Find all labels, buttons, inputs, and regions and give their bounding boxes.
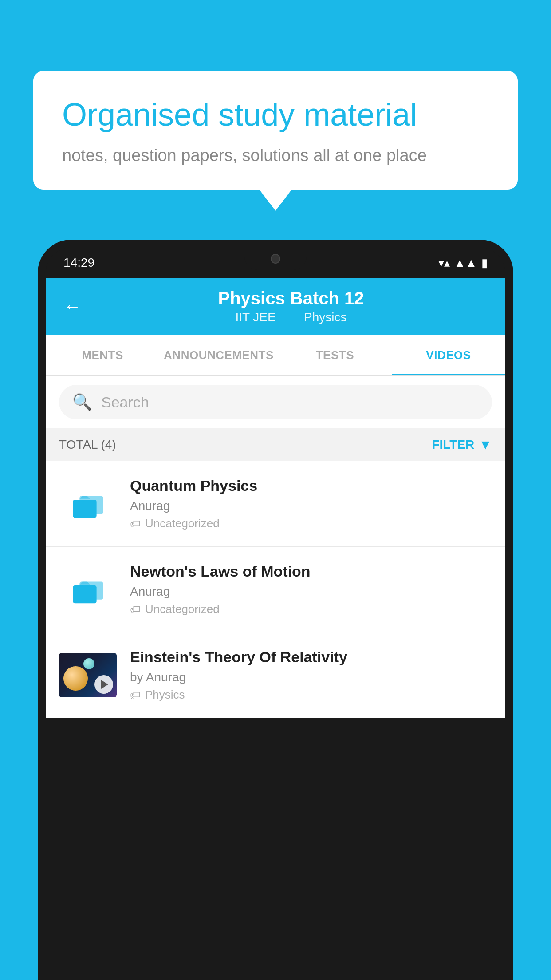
video-title: Quantum Physics — [130, 477, 492, 494]
video-title: Einstein's Theory Of Relativity — [130, 648, 492, 666]
tag-text: Uncategorized — [145, 602, 220, 616]
video-author: Anurag — [130, 585, 492, 599]
video-author: by Anurag — [130, 670, 492, 684]
camera — [271, 254, 280, 264]
list-item[interactable]: Einstein's Theory Of Relativity by Anura… — [46, 632, 505, 718]
tab-announcements[interactable]: ANNOUNCEMENTS — [159, 335, 278, 375]
thumbnail-image — [59, 653, 117, 697]
phone-screen: ← Physics Batch 12 IIT JEE Physics MENTS… — [46, 278, 505, 718]
tab-tests[interactable]: TESTS — [278, 335, 392, 375]
play-button[interactable] — [94, 675, 113, 694]
video-author: Anurag — [130, 499, 492, 513]
planet-2 — [83, 658, 94, 669]
tag-icon: 🏷 — [130, 603, 141, 616]
status-icons: ▾▴ ▲▲ ▮ — [438, 256, 488, 270]
phone-notch — [244, 248, 307, 270]
bubble-title: Organised study material — [62, 95, 489, 134]
tag-text: Uncategorized — [145, 517, 220, 530]
header-subtitle-sep — [288, 310, 295, 324]
signal-icon: ▲▲ — [454, 256, 477, 270]
phone-mockup: 14:29 ▾▴ ▲▲ ▮ ← Physics Batch 12 IIT JEE — [38, 240, 513, 980]
filter-bar: TOTAL (4) FILTER ▼ — [46, 428, 505, 461]
tag-text: Physics — [145, 688, 185, 702]
header-subtitle: IIT JEE Physics — [94, 310, 488, 324]
total-count: TOTAL (4) — [59, 438, 116, 452]
video-info: Quantum Physics Anurag 🏷 Uncategorized — [130, 477, 492, 530]
video-info: Newton's Laws of Motion Anurag 🏷 Uncateg… — [130, 563, 492, 616]
search-icon: 🔍 — [72, 393, 92, 411]
video-tag: 🏷 Uncategorized — [130, 517, 492, 530]
header-text: Physics Batch 12 IIT JEE Physics — [94, 288, 488, 324]
planet-1 — [63, 666, 88, 691]
search-input[interactable]: Search — [101, 394, 149, 411]
tabs-bar: MENTS ANNOUNCEMENTS TESTS VIDEOS — [46, 335, 505, 376]
folder-icon-container — [59, 482, 117, 526]
speech-bubble: Organised study material notes, question… — [33, 71, 518, 190]
video-tag: 🏷 Uncategorized — [130, 602, 492, 616]
filter-label: FILTER — [432, 438, 474, 452]
play-icon — [101, 680, 108, 689]
tag-icon: 🏷 — [130, 518, 141, 530]
phone-status-bar: 14:29 ▾▴ ▲▲ ▮ — [46, 248, 505, 278]
header-subtitle-physics: Physics — [304, 310, 346, 324]
speech-bubble-section: Organised study material notes, question… — [33, 71, 518, 190]
back-button[interactable]: ← — [63, 296, 81, 316]
search-container: 🔍 Search — [46, 376, 505, 428]
app-header: ← Physics Batch 12 IIT JEE Physics — [46, 278, 505, 335]
folder-icon — [69, 571, 107, 609]
folder-icon-container — [59, 567, 117, 612]
video-tag: 🏷 Physics — [130, 688, 492, 702]
tab-ments[interactable]: MENTS — [46, 335, 159, 375]
tag-icon: 🏷 — [130, 689, 141, 701]
video-thumbnail — [59, 653, 117, 697]
list-item[interactable]: Newton's Laws of Motion Anurag 🏷 Uncateg… — [46, 547, 505, 632]
video-title: Newton's Laws of Motion — [130, 563, 492, 580]
header-subtitle-iitjee: IIT JEE — [235, 310, 276, 324]
wifi-icon: ▾▴ — [438, 256, 450, 270]
video-list: Quantum Physics Anurag 🏷 Uncategorized — [46, 461, 505, 718]
bubble-subtitle: notes, question papers, solutions all at… — [62, 146, 489, 165]
tab-videos[interactable]: VIDEOS — [392, 335, 505, 375]
phone-outer: 14:29 ▾▴ ▲▲ ▮ ← Physics Batch 12 IIT JEE — [38, 240, 513, 980]
filter-button[interactable]: FILTER ▼ — [432, 437, 492, 452]
video-info: Einstein's Theory Of Relativity by Anura… — [130, 648, 492, 702]
filter-icon: ▼ — [479, 437, 492, 452]
search-bar[interactable]: 🔍 Search — [59, 385, 492, 419]
battery-icon: ▮ — [481, 256, 488, 270]
phone-time: 14:29 — [63, 256, 94, 270]
folder-icon — [69, 485, 107, 523]
list-item[interactable]: Quantum Physics Anurag 🏷 Uncategorized — [46, 461, 505, 547]
header-title: Physics Batch 12 — [94, 288, 488, 308]
